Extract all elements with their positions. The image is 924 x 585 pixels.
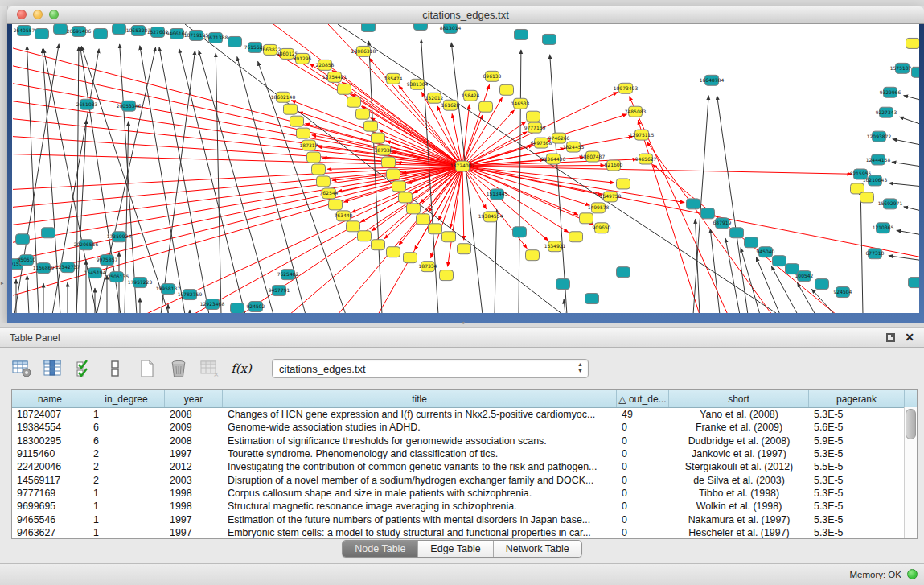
table-row[interactable]: 946554611997Estimation of the future num…	[12, 513, 917, 525]
network-node[interactable]: 146533	[511, 98, 530, 109]
network-node[interactable]	[372, 240, 385, 250]
network-node[interactable]	[440, 270, 454, 281]
network-node[interactable]: 924504	[834, 287, 852, 298]
network-node[interactable]: 9329966	[880, 87, 901, 97]
network-node[interactable]	[617, 267, 630, 278]
network-node[interactable]	[231, 303, 244, 313]
network-node[interactable]: 9466160	[166, 28, 188, 39]
column-header-out_de[interactable]: △ out_de...	[617, 390, 669, 407]
table-row[interactable]: 1456911722003Disruption of a novel membe…	[12, 473, 917, 486]
network-node[interactable]	[54, 24, 68, 34]
network-node[interactable]: 1499578	[588, 203, 610, 213]
network-node[interactable]: 20206556	[74, 240, 99, 250]
tab-network-table[interactable]: Network Table	[494, 541, 581, 557]
network-node[interactable]	[909, 278, 920, 288]
network-node[interactable]: 850510	[18, 255, 36, 266]
network-node[interactable]: 12444158	[866, 154, 891, 165]
citation-network-graph[interactable]: 2640557206914061065328715276029466160107…	[12, 24, 919, 313]
network-node[interactable]	[515, 29, 528, 39]
network-node[interactable]: 17957223	[128, 278, 153, 288]
network-node[interactable]: 1513445	[487, 189, 508, 200]
network-node[interactable]: 10807487	[581, 151, 606, 162]
deselect-all-icon[interactable]	[104, 356, 128, 381]
network-node[interactable]: 187338	[375, 145, 393, 155]
network-node[interactable]: 7663822	[260, 44, 281, 55]
delete-table-icon[interactable]: ×	[198, 356, 222, 381]
network-node[interactable]	[228, 36, 242, 47]
network-node[interactable]	[556, 279, 570, 290]
network-node[interactable]	[815, 279, 829, 290]
network-node[interactable]	[338, 84, 351, 94]
window-titlebar[interactable]: citations_edges.txt	[7, 6, 924, 24]
select-all-icon[interactable]	[72, 356, 97, 381]
network-node[interactable]: 763440	[335, 211, 353, 221]
network-node[interactable]: 2640557	[14, 25, 35, 35]
network-node[interactable]: 687919	[713, 218, 732, 229]
network-node[interactable]: 9227343	[876, 107, 897, 117]
column-header-short[interactable]: short	[669, 390, 809, 407]
network-node[interactable]	[417, 214, 430, 225]
network-node[interactable]	[912, 67, 920, 77]
column-header-in_degree[interactable]: in_degree	[88, 390, 165, 407]
delete-column-icon[interactable]	[166, 356, 191, 381]
network-node[interactable]	[730, 228, 744, 238]
network-node[interactable]	[362, 24, 376, 31]
new-column-icon[interactable]	[135, 356, 159, 381]
network-node[interactable]	[307, 152, 321, 163]
network-node[interactable]: 9381304	[407, 79, 429, 89]
network-node[interactable]	[317, 176, 331, 187]
network-node[interactable]: 2651033	[76, 99, 98, 109]
float-panel-icon[interactable]	[886, 333, 895, 342]
network-canvas[interactable]: 2640557206914061065328715276029466160107…	[12, 24, 919, 313]
network-node[interactable]	[399, 192, 413, 203]
network-node[interactable]	[513, 227, 527, 237]
network-node[interactable]: 100542	[795, 271, 814, 282]
network-node[interactable]	[404, 253, 417, 263]
network-node[interactable]: 909650	[593, 223, 611, 233]
network-node[interactable]	[585, 294, 599, 304]
network-node[interactable]: 7615526	[244, 42, 266, 52]
network-node[interactable]	[356, 109, 370, 119]
network-node[interactable]: 12975115	[630, 130, 655, 140]
table-row[interactable]: 946362711997Embryonic stem cells: a mode…	[12, 526, 917, 539]
network-node[interactable]	[372, 133, 385, 143]
network-node[interactable]	[347, 221, 360, 232]
network-node[interactable]	[387, 247, 400, 257]
network-node[interactable]: 22086318	[351, 46, 376, 56]
network-node[interactable]	[290, 116, 304, 126]
table-selector-dropdown[interactable]: citations_edges.txt ▲▼	[272, 359, 589, 378]
network-node[interactable]	[773, 256, 786, 266]
tab-node-table[interactable]: Node Table	[343, 541, 418, 557]
network-node[interactable]	[329, 200, 343, 210]
network-node[interactable]: 7485083	[625, 106, 647, 117]
network-node[interactable]: 161626	[441, 100, 460, 110]
function-builder-icon[interactable]: f(x)	[229, 356, 253, 381]
network-node[interactable]: 15692971	[878, 199, 903, 209]
network-node[interactable]: 1527602	[147, 27, 169, 37]
network-node[interactable]: 158424	[462, 90, 480, 101]
network-node[interactable]: 187334	[419, 262, 437, 272]
network-node[interactable]: 16648784	[700, 75, 725, 85]
network-node[interactable]	[35, 28, 49, 39]
network-node[interactable]	[392, 181, 406, 192]
network-node[interactable]	[429, 224, 442, 234]
network-node[interactable]: 12093872	[867, 131, 892, 142]
show-column-icon[interactable]	[41, 356, 65, 381]
network-node[interactable]	[442, 232, 456, 242]
network-node[interactable]: 15751074	[890, 63, 915, 73]
network-node[interactable]: 621600	[605, 160, 623, 171]
network-node[interactable]	[387, 169, 400, 179]
table-row[interactable]: 911546021997Tourette syndrome. Phenomeno…	[12, 447, 917, 460]
network-node[interactable]: 677310	[866, 249, 885, 259]
network-node[interactable]	[458, 244, 471, 254]
network-node[interactable]: 132012	[425, 93, 444, 103]
network-node[interactable]	[382, 157, 396, 167]
network-node[interactable]: 891295	[294, 53, 312, 64]
network-node[interactable]: 187317	[300, 140, 318, 150]
network-node[interactable]	[297, 128, 310, 138]
network-node[interactable]	[701, 208, 715, 219]
network-node[interactable]: 20053346	[117, 101, 142, 111]
network-node[interactable]	[284, 104, 298, 114]
network-node[interactable]: 185474	[384, 73, 403, 84]
splitter-grip-icon[interactable]: ●	[458, 319, 468, 325]
